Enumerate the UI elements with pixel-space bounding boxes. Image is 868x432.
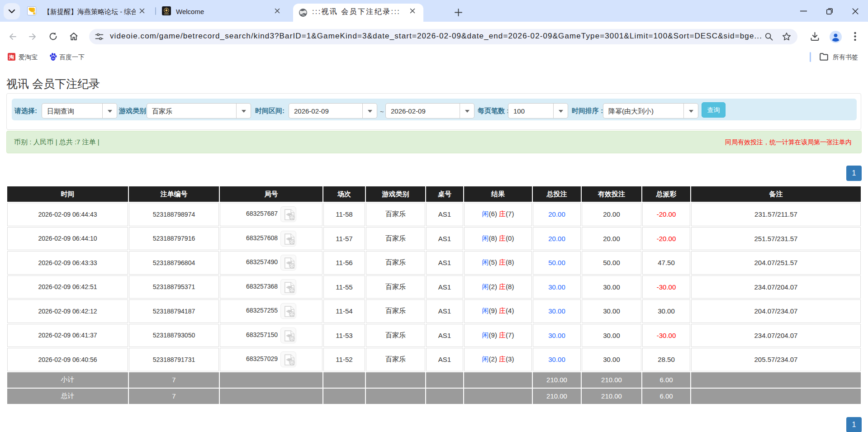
svg-text:du: du (52, 57, 54, 60)
svg-text:淘: 淘 (9, 54, 14, 60)
